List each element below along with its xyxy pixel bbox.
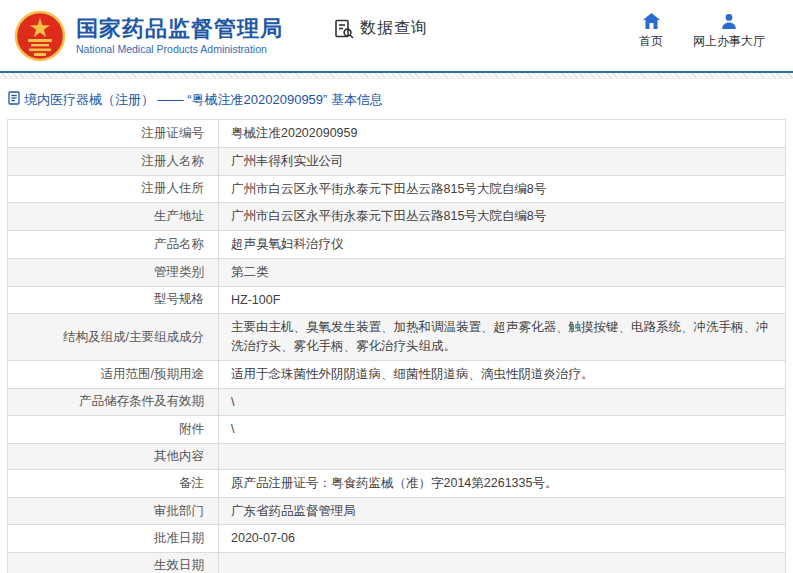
home-icon	[643, 13, 660, 29]
field-value: 广州丰得利实业公司	[219, 147, 786, 175]
table-row: 其他内容	[8, 444, 786, 470]
field-value: 原产品注册证号：粤食药监械（准）字2014第2261335号。	[219, 469, 786, 497]
document-icon	[8, 91, 20, 109]
field-label: 备注	[8, 469, 219, 497]
national-emblem-icon	[14, 10, 66, 62]
table-row: 注册人住所广州市白云区永平街永泰元下田丛云路815号大院自编8号	[8, 175, 786, 203]
table-row: 管理类别第二类	[8, 258, 786, 286]
field-label: 产品名称	[8, 231, 219, 259]
table-row: 结构及组成/主要组成成分主要由主机、臭氧发生装置、加热和调温装置、超声雾化器、触…	[8, 314, 786, 361]
nav-item-home[interactable]: 首页	[639, 13, 663, 50]
field-value: 超声臭氧妇科治疗仪	[219, 231, 786, 259]
field-value: 广东省药品监督管理局	[219, 497, 786, 525]
data-query-label: 数据查询	[360, 18, 428, 39]
field-value: 适用于念珠菌性外阴阴道病、细菌性阴道病、滴虫性阴道炎治疗。	[219, 360, 786, 388]
table-row: 产品储存条件及有效期\	[8, 388, 786, 416]
table-row: 产品名称超声臭氧妇科治疗仪	[8, 231, 786, 259]
table-row: 注册证编号粤械注准20202090959	[8, 120, 786, 148]
table-row: 型号规格HZ-100F	[8, 286, 786, 314]
page-header: 国家药品监督管理局 National Medical Products Admi…	[0, 0, 793, 71]
table-row: 批准日期2020-07-06	[8, 525, 786, 553]
page-title: 境内医疗器械（注册） —— “粤械注准20202090959” 基本信息	[24, 91, 383, 109]
field-label: 批准日期	[8, 525, 219, 553]
field-label: 附件	[8, 416, 219, 444]
field-value: 主要由主机、臭氧发生装置、加热和调温装置、超声雾化器、触摸按键、电路系统、冲洗手…	[219, 314, 786, 361]
field-value: 粤械注准20202090959	[219, 120, 786, 148]
field-label: 产品储存条件及有效期	[8, 388, 219, 416]
site-subtitle: National Medical Products Administration	[76, 43, 283, 55]
field-value	[219, 444, 786, 470]
field-label: 其他内容	[8, 444, 219, 470]
table-row: 生产地址广州市白云区永平街永泰元下田丛云路815号大院自编8号	[8, 203, 786, 231]
field-value: 第二类	[219, 258, 786, 286]
field-label: 结构及组成/主要组成成分	[8, 314, 219, 361]
field-value: \	[219, 388, 786, 416]
field-label: 管理类别	[8, 258, 219, 286]
field-label: 生产地址	[8, 203, 219, 231]
field-label: 注册人名称	[8, 147, 219, 175]
field-label: 审批部门	[8, 497, 219, 525]
user-icon	[721, 13, 737, 29]
field-value: 广州市白云区永平街永泰元下田丛云路815号大院自编8号	[219, 175, 786, 203]
field-label: 注册人住所	[8, 175, 219, 203]
table-row: 适用范围/预期用途适用于念珠菌性外阴阴道病、细菌性阴道病、滴虫性阴道炎治疗。	[8, 360, 786, 388]
registration-info-table: 注册证编号粤械注准20202090959 注册人名称广州丰得利实业公司 注册人住…	[7, 119, 786, 573]
field-label: 型号规格	[8, 286, 219, 314]
field-label: 适用范围/预期用途	[8, 360, 219, 388]
breadcrumb: 境内医疗器械（注册） —— “粤械注准20202090959” 基本信息	[0, 79, 793, 119]
field-value: 广州市白云区永平街永泰元下田丛云路815号大院自编8号	[219, 203, 786, 231]
field-label: 生效日期	[8, 553, 219, 573]
site-title: 国家药品监督管理局	[76, 16, 283, 41]
table-row: 注册人名称广州丰得利实业公司	[8, 147, 786, 175]
field-label: 注册证编号	[8, 120, 219, 148]
nav-item-service-hall-label: 网上办事大厅	[693, 33, 765, 50]
table-row: 生效日期	[8, 553, 786, 573]
field-value	[219, 553, 786, 573]
table-row: 备注原产品注册证号：粤食药监械（准）字2014第2261335号。	[8, 469, 786, 497]
table-row: 附件\	[8, 416, 786, 444]
field-value: HZ-100F	[219, 286, 786, 314]
document-search-icon	[333, 18, 355, 40]
table-row: 审批部门广东省药品监督管理局	[8, 497, 786, 525]
nav-item-service-hall[interactable]: 网上办事大厅	[693, 13, 765, 50]
data-query-button[interactable]: 数据查询	[333, 18, 428, 40]
nav-item-home-label: 首页	[639, 33, 663, 50]
site-logo: 国家药品监督管理局 National Medical Products Admi…	[14, 10, 283, 62]
header-nav: 首页 网上办事大厅	[639, 13, 765, 50]
field-value: \	[219, 416, 786, 444]
field-value: 2020-07-06	[219, 525, 786, 553]
